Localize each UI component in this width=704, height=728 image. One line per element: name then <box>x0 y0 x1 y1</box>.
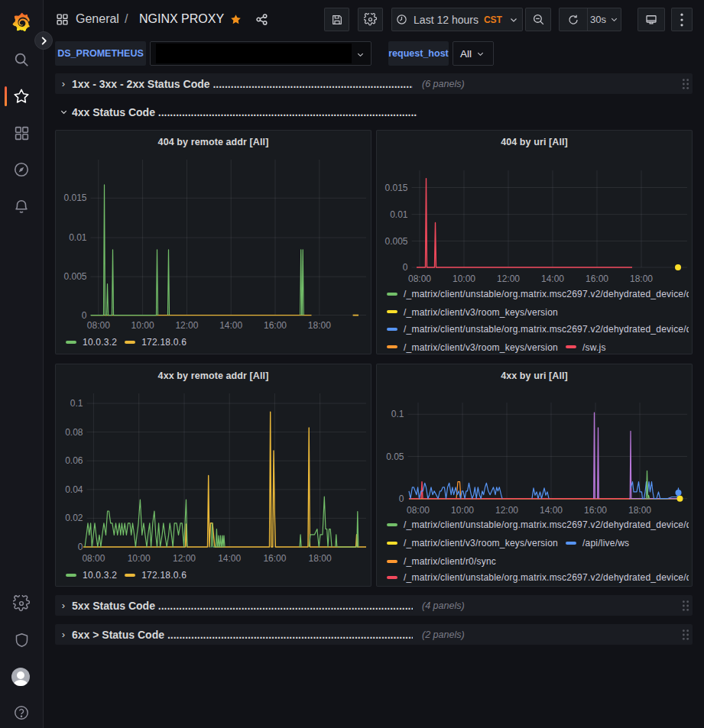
svg-text:0: 0 <box>403 262 408 273</box>
svg-text:18:00: 18:00 <box>628 505 651 516</box>
svg-text:18:00: 18:00 <box>308 320 331 331</box>
svg-text:14:00: 14:00 <box>541 273 564 284</box>
svg-text:0.04: 0.04 <box>65 484 83 495</box>
svg-text:12:00: 12:00 <box>495 505 518 516</box>
svg-text:10:00: 10:00 <box>128 553 151 564</box>
svg-text:14:00: 14:00 <box>219 320 242 331</box>
svg-text:16:00: 16:00 <box>584 505 607 516</box>
svg-text:14:00: 14:00 <box>218 553 241 564</box>
svg-text:10:00: 10:00 <box>451 505 474 516</box>
svg-text:0.01: 0.01 <box>69 232 87 243</box>
svg-text:10:00: 10:00 <box>131 320 154 331</box>
svg-text:0.08: 0.08 <box>65 427 83 438</box>
svg-text:12:00: 12:00 <box>175 320 198 331</box>
svg-text:0.01: 0.01 <box>390 209 408 220</box>
svg-text:14:00: 14:00 <box>540 505 563 516</box>
svg-text:0: 0 <box>82 310 87 321</box>
svg-text:0.1: 0.1 <box>70 398 83 409</box>
svg-text:0.06: 0.06 <box>65 455 83 466</box>
svg-text:16:00: 16:00 <box>263 553 286 564</box>
svg-text:08:00: 08:00 <box>87 320 110 331</box>
svg-text:0.005: 0.005 <box>63 271 86 282</box>
svg-text:18:00: 18:00 <box>309 553 332 564</box>
svg-text:0.05: 0.05 <box>386 451 404 462</box>
svg-text:16:00: 16:00 <box>586 273 608 284</box>
svg-text:08:00: 08:00 <box>408 273 431 284</box>
svg-text:0.1: 0.1 <box>391 409 404 419</box>
svg-text:12:00: 12:00 <box>497 273 520 284</box>
svg-text:10:00: 10:00 <box>453 273 475 284</box>
svg-text:08:00: 08:00 <box>82 553 105 564</box>
svg-text:16:00: 16:00 <box>264 320 287 331</box>
svg-text:0.015: 0.015 <box>384 183 407 193</box>
svg-text:0.005: 0.005 <box>384 236 407 247</box>
svg-text:0.02: 0.02 <box>65 513 83 523</box>
svg-text:0: 0 <box>399 493 404 504</box>
svg-text:18:00: 18:00 <box>630 273 653 284</box>
svg-text:12:00: 12:00 <box>173 553 196 564</box>
svg-text:0: 0 <box>78 542 83 552</box>
svg-text:08:00: 08:00 <box>407 505 430 516</box>
svg-text:0.015: 0.015 <box>63 193 86 203</box>
